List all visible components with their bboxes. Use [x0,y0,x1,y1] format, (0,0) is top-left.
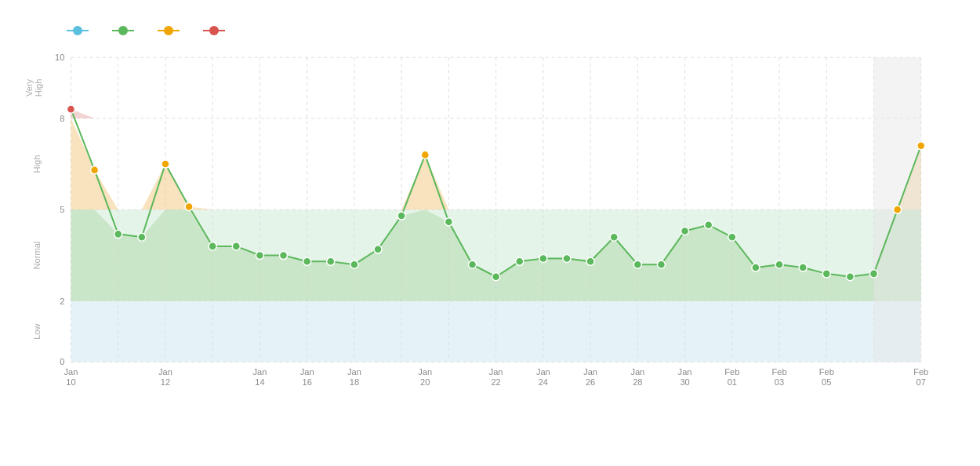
svg-point-53 [681,227,689,235]
svg-point-39 [350,260,358,268]
svg-point-47 [539,254,547,262]
svg-text:10: 10 [55,53,64,62]
svg-text:07: 07 [916,377,926,387]
svg-text:Jan: Jan [158,367,172,377]
svg-text:14: 14 [255,377,264,387]
legend-item-low [67,25,93,36]
svg-text:24: 24 [539,377,548,387]
legend-item-very-high [203,25,230,36]
svg-point-46 [516,257,524,265]
svg-point-49 [586,257,594,265]
svg-point-60 [846,273,854,281]
svg-point-29 [114,230,122,238]
svg-text:Very: Very [24,78,34,96]
svg-text:12: 12 [161,377,170,387]
svg-point-30 [138,233,146,241]
svg-point-52 [657,260,665,268]
svg-text:2: 2 [60,297,64,306]
svg-text:Jan: Jan [678,367,692,377]
svg-point-33 [209,242,216,250]
svg-point-56 [752,264,760,271]
svg-point-27 [67,105,74,113]
svg-text:03: 03 [775,377,784,387]
chart-area: 025810VeryHighHighNormalLowJan10Jan12Jan… [27,47,945,408]
svg-text:18: 18 [350,377,359,387]
svg-text:20: 20 [420,377,430,387]
svg-point-57 [775,260,783,268]
svg-text:Jan: Jan [630,367,644,377]
svg-text:High: High [34,79,43,97]
svg-point-58 [799,264,807,271]
svg-point-31 [162,160,169,168]
svg-point-40 [374,246,382,253]
svg-text:Jan: Jan [64,367,78,377]
svg-text:Normal: Normal [32,242,42,270]
svg-text:Jan: Jan [536,367,550,377]
svg-text:Jan: Jan [489,367,503,377]
svg-text:05: 05 [822,377,831,387]
svg-text:Feb: Feb [724,367,739,377]
svg-text:High: High [32,155,42,173]
svg-text:26: 26 [586,377,595,387]
svg-point-45 [492,273,500,281]
svg-point-54 [705,221,713,229]
svg-text:0: 0 [60,357,64,366]
svg-point-32 [185,202,193,210]
svg-text:Jan: Jan [300,367,314,377]
svg-text:30: 30 [680,377,689,387]
svg-text:16: 16 [302,377,311,387]
svg-point-34 [232,242,240,250]
svg-point-35 [256,252,263,260]
svg-point-63 [917,142,925,150]
svg-point-28 [91,166,99,174]
svg-text:5: 5 [60,205,64,214]
svg-point-48 [563,254,571,262]
svg-text:8: 8 [60,114,64,123]
svg-point-51 [633,260,641,268]
svg-point-43 [445,218,452,226]
svg-point-55 [728,233,736,241]
svg-point-44 [468,260,476,268]
svg-text:10: 10 [66,377,75,387]
svg-text:Jan: Jan [252,367,267,377]
svg-text:Feb: Feb [771,367,786,377]
svg-text:Feb: Feb [819,367,834,377]
svg-point-61 [869,270,877,278]
svg-text:28: 28 [633,377,642,387]
svg-text:01: 01 [728,377,737,387]
svg-point-37 [303,257,311,265]
svg-point-59 [822,270,830,278]
svg-point-41 [397,212,405,220]
svg-point-38 [327,257,335,265]
chart-legend [27,25,945,36]
svg-point-42 [421,151,429,158]
legend-item-normal [112,25,139,36]
svg-text:Low: Low [32,322,42,339]
svg-point-36 [279,252,287,260]
svg-text:Feb: Feb [913,367,928,377]
chart-container: 025810VeryHighHighNormalLowJan10Jan12Jan… [20,9,960,457]
svg-point-62 [894,206,902,213]
svg-text:22: 22 [491,377,500,387]
main-chart-svg: 025810VeryHighHighNormalLowJan10Jan12Jan… [27,47,945,408]
svg-text:Jan: Jan [418,367,432,377]
legend-item-high [158,25,184,36]
svg-point-50 [610,233,618,241]
svg-text:Jan: Jan [347,367,361,377]
svg-text:Jan: Jan [583,367,597,377]
